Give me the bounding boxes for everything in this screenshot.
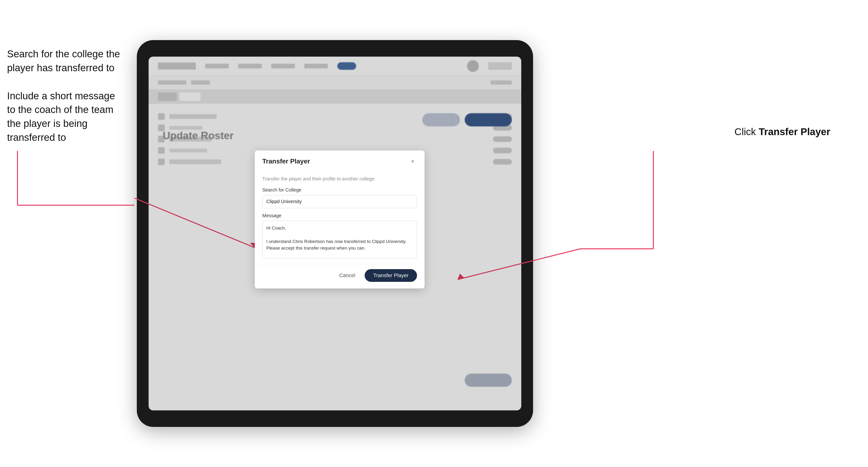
cancel-button[interactable]: Cancel [335, 270, 360, 281]
modal-close-button[interactable]: × [408, 157, 417, 165]
ipad-device: Update Roster Transfer Player × Transfer [137, 40, 533, 427]
annotation-message-text: Include a short message to the coach of … [7, 89, 123, 145]
annotation-right: Click Transfer Player [735, 125, 830, 153]
modal-footer: Cancel Transfer Player [255, 264, 425, 288]
close-icon: × [411, 158, 414, 165]
annotation-search-text: Search for the college the player has tr… [7, 47, 123, 75]
message-textarea[interactable]: Hi Coach, I understand Chris Robertson h… [262, 221, 417, 258]
modal-description: Transfer the player and their profile to… [262, 176, 417, 182]
search-college-label: Search for College [262, 187, 417, 193]
modal-header: Transfer Player × [255, 151, 425, 170]
message-label: Message [262, 213, 417, 218]
modal-title: Transfer Player [262, 158, 310, 165]
search-college-input[interactable] [262, 195, 417, 208]
annotation-left-top: Search for the college the player has tr… [7, 47, 123, 159]
modal-body: Transfer the player and their profile to… [255, 170, 425, 264]
transfer-player-modal: Transfer Player × Transfer the player an… [255, 151, 425, 288]
annotation-click-text: Click Transfer Player [735, 125, 830, 139]
modal-overlay: Transfer Player × Transfer the player an… [149, 57, 521, 410]
transfer-player-button[interactable]: Transfer Player [365, 269, 417, 282]
ipad-screen: Update Roster Transfer Player × Transfer [149, 57, 521, 410]
